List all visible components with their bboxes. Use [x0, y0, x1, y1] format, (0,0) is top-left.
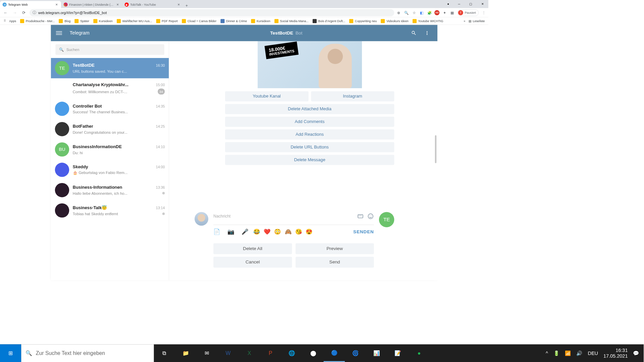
task-view-icon[interactable]: ⧉ [154, 344, 175, 362]
profile-button[interactable]: T Pausiert [457, 9, 479, 16]
chat-item[interactable]: BotFather14:25 Done! Congratulations on … [51, 119, 169, 139]
account-icon[interactable]: ● [443, 0, 453, 8]
inline-btn-delete-media[interactable]: Delete Attached Media [225, 104, 394, 114]
maximize-button[interactable]: ▢ [465, 0, 477, 8]
address-bar[interactable]: ⓘ web.telegram.org/#/im?p=@TestBotDE_bot [30, 9, 394, 16]
chat-item[interactable]: BU BusinessInformationDE14:10 Du: hi [51, 139, 169, 160]
volume-icon[interactable]: 🔊 [576, 350, 582, 356]
start-button[interactable]: ⊞ [0, 344, 21, 362]
emoji-quick[interactable]: 😂 [253, 229, 260, 235]
chat-item[interactable]: Business-Informationen13:36 Hallo liebe … [51, 180, 169, 200]
chat-title[interactable]: TestBotDE Bot [169, 31, 403, 36]
notepad-icon[interactable]: 📝 [387, 344, 409, 362]
inline-btn-delete-url[interactable]: Delete URL Buttons [225, 142, 394, 152]
emoji-quick[interactable]: 😳 [274, 229, 281, 235]
message-image[interactable]: 18.000€ INVESTMENTS [258, 41, 362, 88]
chat-item[interactable]: Skeddy14:00 🎂 Geburtstag von Fabio Rem..… [51, 160, 169, 180]
zoom-icon[interactable]: 🔍 [404, 10, 409, 15]
site-info-icon[interactable]: ⓘ [33, 10, 36, 15]
battery-icon[interactable]: 🔋 [553, 350, 559, 356]
extension-icon[interactable]: ◧ [419, 10, 424, 15]
inline-btn-youtube[interactable]: Youtube Kanal [225, 91, 308, 101]
bookmark-item[interactable]: Bois d'Argent Duft... [311, 18, 346, 24]
bookmark-item[interactable]: Dinner & Crime [219, 18, 249, 24]
bookmark-icon[interactable]: ☆ [412, 10, 417, 15]
search-input[interactable]: 🔍 Suchen [55, 44, 164, 55]
close-icon[interactable]: ✕ [177, 3, 181, 6]
obs-icon[interactable]: ⬤ [303, 344, 324, 362]
camera-icon[interactable]: 📷 [227, 229, 234, 235]
overflow-button[interactable]: » [462, 18, 467, 24]
scrollbar[interactable] [435, 135, 437, 163]
chat-list[interactable]: TE TestBotDE16:30 URL buttons saved. You… [51, 58, 169, 281]
close-button[interactable]: ✕ [477, 0, 488, 8]
powerpoint-icon[interactable]: P [260, 344, 281, 362]
bookmark-item[interactable]: Social Media Mana... [273, 18, 310, 24]
extensions-menu-icon[interactable]: ✦ [442, 10, 447, 15]
action-delete-all[interactable]: Delete All [213, 243, 292, 254]
close-icon[interactable]: ✕ [116, 3, 120, 6]
bookmark-item[interactable]: Wahlfächer WU Aus... [115, 18, 153, 24]
clock[interactable]: 16:31 17.05.2021 [603, 347, 628, 359]
my-avatar[interactable] [195, 212, 208, 226]
browser-tab-2[interactable]: ● Finanzen | Aktien | Dividende (@... ✕ [61, 1, 122, 8]
chrome-icon[interactable]: 🔵 [324, 344, 345, 362]
spotify-icon[interactable]: ● [409, 344, 430, 362]
reading-list-button[interactable]: ▤Leseliste [467, 18, 486, 24]
reload-button[interactable]: ⟳ [20, 9, 28, 16]
notification-icon[interactable]: 💬 [633, 350, 639, 356]
microphone-icon[interactable]: 🎤 [241, 229, 248, 235]
action-preview[interactable]: Preview [296, 243, 374, 254]
chat-item[interactable]: Chartanalyse Kryptowähr...15:00 Combot: … [51, 78, 169, 99]
reading-icon[interactable]: ▦ [450, 10, 455, 15]
menu-button[interactable] [56, 31, 62, 35]
edge-icon[interactable]: 🌀 [345, 344, 366, 362]
wifi-icon[interactable]: 📶 [565, 350, 571, 356]
explorer-icon[interactable]: 📁 [175, 344, 196, 362]
install-icon[interactable]: ⊕ [396, 10, 401, 15]
mail-icon[interactable]: ✉ [196, 344, 217, 362]
bookmark-item[interactable]: Videokurs Ideen [379, 18, 410, 24]
menu-icon[interactable]: ⋮ [481, 10, 486, 15]
minimize-button[interactable]: ─ [453, 0, 465, 8]
apps-shortcut[interactable]: ⠿Apps [2, 18, 18, 24]
word-icon[interactable]: W [217, 344, 238, 362]
emoji-quick[interactable]: 🙈 [285, 229, 291, 235]
search-icon[interactable] [411, 30, 417, 36]
taskbar-search[interactable]: 🔍 Zur Suche Text hier eingeben [21, 344, 154, 362]
language-indicator[interactable]: DEU [588, 351, 598, 356]
app-icon[interactable]: 🌐 [281, 344, 302, 362]
action-send[interactable]: Send [296, 257, 374, 268]
bookmark-item[interactable]: Produktsuche - Mer... [19, 18, 56, 24]
bookmark-item[interactable]: Cload + Canva Bilder [180, 18, 218, 24]
bookmark-item[interactable]: Später [73, 18, 91, 24]
chat-item[interactable]: Business-Talk😇13:14 Tobias hat Skeddy en… [51, 200, 169, 221]
bookmark-item[interactable]: PDF Report [155, 18, 179, 24]
close-icon[interactable]: ✕ [55, 3, 59, 6]
chat-item[interactable]: TE TestBotDE16:30 URL buttons saved. You… [51, 58, 169, 78]
forward-button[interactable]: → [11, 9, 18, 16]
adblock-icon[interactable]: AB [434, 10, 439, 15]
action-cancel[interactable]: Cancel [213, 257, 292, 268]
file-icon[interactable]: 📄 [213, 229, 220, 235]
extension-icon[interactable]: 🧩 [427, 10, 432, 15]
emoji-quick[interactable]: ❤️ [264, 229, 270, 235]
chat-item[interactable]: Controller Bot14:35 Success! The channel… [51, 99, 169, 119]
bookmark-item[interactable]: Youtube WICHTIG [411, 18, 445, 24]
bookmark-item[interactable]: Blog [57, 18, 72, 24]
bookmark-item[interactable]: Copywriting neu [348, 18, 378, 24]
excel-icon[interactable]: X [239, 344, 260, 362]
new-tab-button[interactable]: + [183, 4, 190, 8]
emoji-icon[interactable] [367, 213, 374, 220]
bookmark-item[interactable]: Kursideen [92, 18, 114, 24]
message-input[interactable] [213, 214, 357, 219]
keyboard-icon[interactable] [357, 213, 364, 220]
inline-btn-add-reactions[interactable]: Add Reactions [225, 129, 394, 139]
inline-btn-add-comments[interactable]: Add Comments [225, 117, 394, 127]
tray-chevron-icon[interactable]: ^ [546, 351, 548, 356]
browser-tab-3[interactable]: ▶ TobiTalk - YouTube ✕ [122, 1, 183, 8]
back-button[interactable]: ← [2, 9, 9, 16]
emoji-quick[interactable]: 😍 [306, 229, 312, 235]
bot-avatar[interactable]: TE [379, 212, 394, 227]
send-button[interactable]: SENDEN [353, 229, 374, 235]
